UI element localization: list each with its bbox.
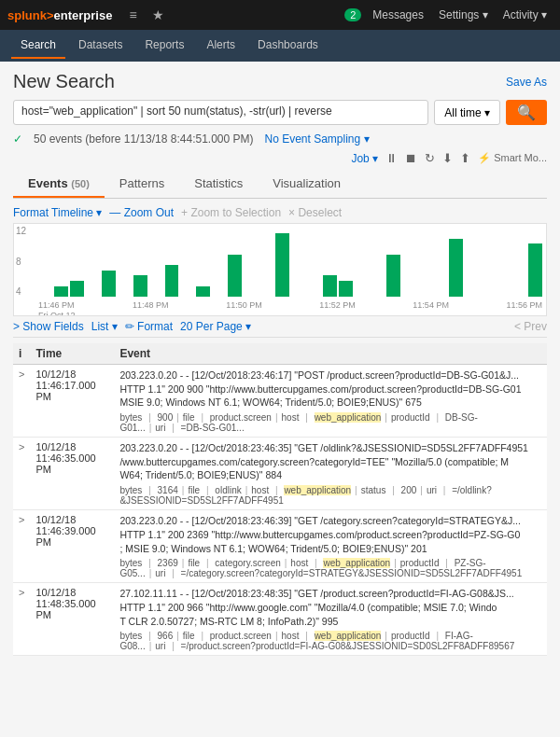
time-cell: 10/12/1811:46:35.000 PM [30,438,114,510]
status-row: ✓ 50 events (before 11/13/18 8:44:51.000… [13,132,547,146]
event-text: 203.223.0.20 - - [12/Oct/2018:23:46:17] … [119,368,541,410]
zoom-out-button[interactable]: — Zoom Out [109,206,174,219]
event-meta: bytes | 900|file | product.screen|host |… [119,412,541,433]
chart-bar [386,255,400,297]
event-count-label: 50 events (before 11/13/18 8:44:51.000 P… [34,132,254,146]
nav-tab-reports[interactable]: Reports [135,33,193,59]
chart-bar [133,275,147,297]
chart-bar [323,275,337,297]
time-col-header: Time [30,343,114,365]
event-meta: bytes | 2369|file | category.screen|host… [119,558,541,578]
search-input[interactable]: host="web_application" | sort 50 num(sta… [13,100,428,125]
event-text: 203.223.0.20 - - [12/Oct/2018:23:46:35] … [119,441,541,482]
search-bar-row: host="web_application" | sort 50 num(sta… [13,100,547,125]
table-row: >10/12/1811:48:35.000 PM27.102.11.11 - -… [13,583,547,656]
chart-bar [528,243,542,297]
host-highlight: web_application [315,631,382,641]
chart-bar [54,286,68,297]
event-col-header: Event [114,343,547,365]
job-bar: Job ▾ ⏸ ⏹ ↻ ⬇ ⬆ ⚡ Smart Mo... [13,151,547,165]
timeline-chart[interactable]: 12 8 4 11:46 PMFri Oct 122018 11:48 PM 1… [13,223,547,316]
chart-bars-area [35,224,546,299]
chart-bar [70,281,84,297]
host-highlight: web_application [315,412,382,423]
prev-button: < Prev [514,320,547,333]
event-cell: 203.223.0.20 - - [12/Oct/2018:23:46:17] … [114,365,547,438]
results-table: i Time Event >10/12/1811:46:17.000 PM203… [13,343,547,656]
time-picker-button[interactable]: All time ▾ [434,100,500,125]
chart-bar [196,286,210,297]
sampling-button[interactable]: No Event Sampling ▾ [265,132,370,146]
search-button[interactable]: 🔍 [506,100,547,125]
zoom-selection-button: + Zoom to Selection [181,206,281,219]
chart-bar [102,271,116,297]
download-icon[interactable]: ⬇ [442,151,453,165]
page-header: New Search Save As [13,71,547,92]
page-title: New Search [13,71,115,92]
chart-bar [275,233,289,297]
event-cell: 203.223.0.20 - - [12/Oct/2018:23:46:35] … [114,438,547,510]
pause-icon[interactable]: ⏸ [385,151,398,165]
second-nav: Search Datasets Reports Alerts Dashboard… [0,30,560,62]
tab-statistics[interactable]: Statistics [179,171,258,198]
share-icon[interactable]: ⬆ [460,151,470,165]
host-highlight: web_application [323,558,390,568]
messages-link[interactable]: Messages [367,8,429,21]
main-content: New Search Save As host="web_application… [0,62,560,665]
expand-icon[interactable]: > [19,368,24,380]
tab-events[interactable]: Events (50) [13,171,105,198]
top-nav: splunk>enterprise ≡ ★ 2 Messages Setting… [0,0,560,30]
format-button[interactable]: ✏ Format [125,320,173,333]
settings-link[interactable]: Settings ▾ [433,8,494,21]
events-tbody: >10/12/1811:46:17.000 PM203.223.0.20 - -… [13,365,547,656]
nav-tab-dashboards[interactable]: Dashboards [248,33,328,59]
chart-x-labels: 11:46 PMFri Oct 122018 11:48 PM 11:50 PM… [35,299,546,315]
splunk-logo: splunk>enterprise [7,8,112,22]
status-checkmark: ✓ [13,132,22,146]
nav-tab-search[interactable]: Search [11,33,65,59]
chart-bar [228,255,242,297]
tab-visualization[interactable]: Visualization [258,171,356,198]
chart-bar [449,239,463,297]
menu-icon[interactable]: ≡ [123,7,142,22]
expand-icon[interactable]: > [19,514,24,525]
per-page-button[interactable]: 20 Per Page ▾ [180,320,251,333]
tab-patterns[interactable]: Patterns [105,171,179,198]
event-cell: 27.102.11.11 - - [12/Oct/2018:23:48:35] … [114,583,547,656]
table-row: >10/12/1811:46:35.000 PM203.223.0.20 - -… [13,438,547,510]
time-cell: 10/12/1811:46:39.000 PM [30,510,114,583]
nav-tab-alerts[interactable]: Alerts [197,33,245,59]
event-cell: 203.223.0.20 - - [12/Oct/2018:23:46:39] … [114,510,547,583]
activity-link[interactable]: Activity ▾ [497,8,553,21]
chart-bar [339,281,353,297]
stop-icon[interactable]: ⏹ [405,151,417,165]
nav-tab-datasets[interactable]: Datasets [69,33,132,59]
messages-badge: 2 [344,8,361,21]
format-timeline-button[interactable]: Format Timeline ▾ [13,206,102,219]
event-meta: bytes | 3164|file | oldlink|host | web_a… [119,485,541,506]
job-button[interactable]: Job ▾ [351,152,378,165]
refresh-icon[interactable]: ↻ [425,151,435,165]
chart-y-labels: 12 8 4 [14,224,35,299]
save-as-button[interactable]: Save As [506,76,547,89]
host-highlight: web_application [284,485,351,495]
tabs-row: Events (50) Patterns Statistics Visualiz… [13,171,547,199]
results-bar: > Show Fields List ▾ ✏ Format 20 Per Pag… [13,320,547,338]
deselect-button: × Deselect [288,206,342,219]
timeline-bar: Format Timeline ▾ — Zoom Out + Zoom to S… [13,206,547,219]
event-text: 27.102.11.11 - - [12/Oct/2018:23:48:35] … [119,587,541,628]
list-button[interactable]: List ▾ [91,320,118,333]
expand-icon[interactable]: > [19,587,24,598]
event-text: 203.223.0.20 - - [12/Oct/2018:23:46:39] … [119,514,541,555]
show-fields-button[interactable]: > Show Fields [13,320,84,333]
table-row: >10/12/1811:46:39.000 PM203.223.0.20 - -… [13,510,547,583]
star-icon[interactable]: ★ [147,7,170,22]
time-cell: 10/12/1811:48:35.000 PM [30,583,114,656]
event-meta: bytes | 966|file | product.screen|host |… [119,631,541,651]
chart-bar [165,265,179,297]
expand-icon[interactable]: > [19,441,24,452]
time-cell: 10/12/1811:46:17.000 PM [30,365,114,438]
info-col-header: i [13,343,30,365]
smart-mode-label: ⚡ Smart Mo... [478,152,547,164]
table-row: >10/12/1811:46:17.000 PM203.223.0.20 - -… [13,365,547,438]
